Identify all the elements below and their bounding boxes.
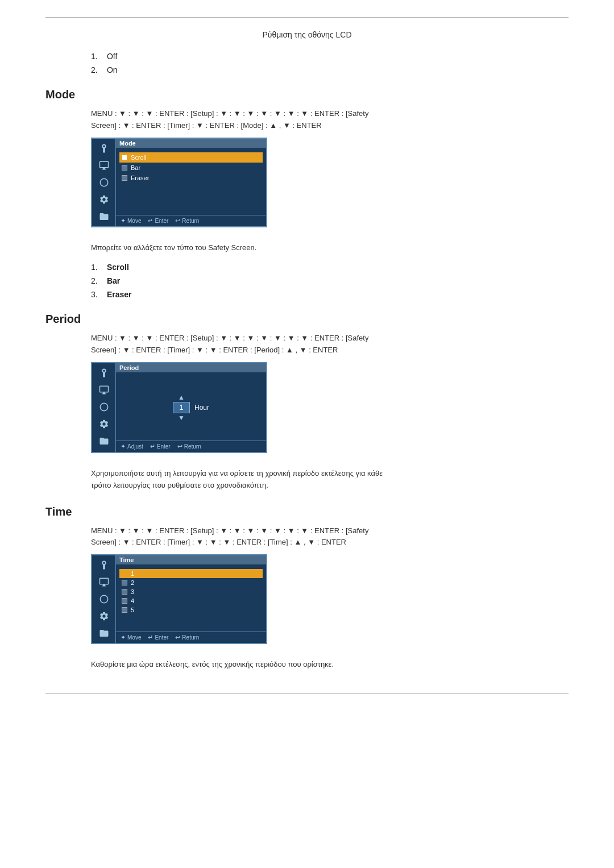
osd-sidebar-time (92, 555, 116, 643)
sidebar-icon-folder-t (96, 627, 112, 639)
list-item-on: 2. On (91, 65, 569, 74)
time-item-5[interactable]: 5 (119, 605, 263, 614)
hour-up-arrow[interactable]: ▲ (178, 394, 185, 401)
sidebar-icon-antenna-t (96, 559, 112, 571)
time-heading: Time (45, 505, 569, 518)
sidebar-icon-folder (96, 210, 112, 223)
footer-return-p: ↩ Return (177, 443, 201, 450)
list-item-off: 1. Off (91, 52, 569, 61)
time-item-2[interactable]: 2 (119, 578, 263, 587)
period-desc: Χρησιμοποιήστε αυτή τη λειτουργία για να… (91, 468, 546, 492)
sidebar-icon-display-t (96, 576, 112, 588)
top-list: 1. Off 2. On (91, 52, 569, 74)
hour-label: Hour (194, 404, 209, 412)
sidebar-icon-circle-p (96, 401, 112, 413)
top-rule (45, 17, 569, 18)
time-osd-footer: ✦ Move ↵ Enter ↩ Return (116, 632, 266, 643)
sidebar-icon-antenna (96, 142, 112, 155)
footer-return: ↩ Return (175, 217, 199, 225)
mode-item-scroll[interactable]: Scroll (119, 152, 263, 163)
mode-list-item-scroll: 1. Scroll (91, 263, 569, 272)
sidebar-icon-circle-t (96, 593, 112, 605)
hour-arrows: ▲ 1 ▼ (173, 394, 190, 421)
svg-point-2 (100, 595, 108, 603)
sidebar-icon-gear (96, 193, 112, 206)
bottom-rule (45, 693, 569, 694)
footer-adjust: ✦ Adjust (121, 443, 143, 450)
hour-control: ▲ 1 ▼ Hour (173, 394, 209, 421)
time-item-1[interactable]: 1 (119, 569, 263, 578)
time-item-4[interactable]: 4 (119, 596, 263, 605)
footer-enter-t: ↵ Enter (148, 634, 168, 641)
hour-value: 1 (173, 402, 190, 413)
period-osd-control: ▲ 1 ▼ Hour (116, 375, 266, 441)
osd-sidebar-period (92, 363, 116, 452)
sidebar-icon-gear-t (96, 610, 112, 622)
sidebar-icon-antenna-p (96, 367, 112, 379)
sidebar-icon-gear-p (96, 418, 112, 430)
mode-osd-title: Mode (116, 139, 266, 148)
footer-move-t: ✦ Move (121, 634, 141, 641)
footer-enter-p: ↵ Enter (150, 443, 171, 450)
period-menu-path: MENU : ▼ : ▼ : ▼ : ENTER : [Setup] : ▼ :… (91, 333, 569, 356)
mode-desc: Μπορείτε να αλλάξετε τον τύπο του Safety… (91, 242, 546, 254)
period-osd: Period ▲ 1 ▼ Hour ✦ Adjust (91, 362, 267, 453)
mode-item-bar[interactable]: Bar (119, 163, 263, 173)
mode-osd: Mode Scroll Bar Eraser (91, 138, 267, 227)
mode-osd-footer: ✦ Move ↵ Enter ↩ Return (116, 215, 266, 226)
time-osd-title: Time (116, 555, 266, 564)
mode-menu-path: MENU : ▼ : ▼ : ▼ : ENTER : [Setup] : ▼ :… (91, 108, 569, 132)
mode-osd-content: Scroll Bar Eraser (116, 150, 266, 215)
period-osd-footer: ✦ Adjust ↵ Enter ↩ Return (116, 441, 266, 452)
time-osd: Time 1 2 3 4 (91, 554, 267, 644)
time-osd-content: 1 2 3 4 5 (116, 567, 266, 632)
page-title: Ρύθμιση της οθόνης LCD (45, 30, 569, 39)
time-item-3[interactable]: 3 (119, 587, 263, 596)
sidebar-icon-folder-p (96, 435, 112, 447)
mode-heading: Mode (45, 88, 569, 101)
sidebar-icon-circle (96, 176, 112, 189)
period-heading: Period (45, 313, 569, 326)
sidebar-icon-display (96, 159, 112, 172)
hour-down-arrow[interactable]: ▼ (178, 414, 185, 421)
svg-point-0 (100, 178, 108, 186)
mode-item-eraser[interactable]: Eraser (119, 173, 263, 183)
sidebar-icon-display-p (96, 384, 112, 396)
footer-return-t: ↩ Return (175, 634, 199, 641)
footer-enter: ↵ Enter (148, 217, 168, 225)
mode-list: 1. Scroll 2. Bar 3. Eraser (91, 263, 569, 299)
time-desc: Καθορίστε μια ώρα εκτέλεσης, εντός της χ… (91, 659, 546, 671)
footer-move: ✦ Move (121, 217, 141, 225)
time-menu-path: MENU : ▼ : ▼ : ▼ : ENTER : [Setup] : ▼ :… (91, 525, 569, 549)
osd-sidebar-mode (92, 139, 116, 226)
svg-point-1 (100, 403, 108, 411)
mode-list-item-bar: 2. Bar (91, 276, 569, 285)
period-osd-title: Period (116, 363, 266, 372)
mode-list-item-eraser: 3. Eraser (91, 290, 569, 299)
